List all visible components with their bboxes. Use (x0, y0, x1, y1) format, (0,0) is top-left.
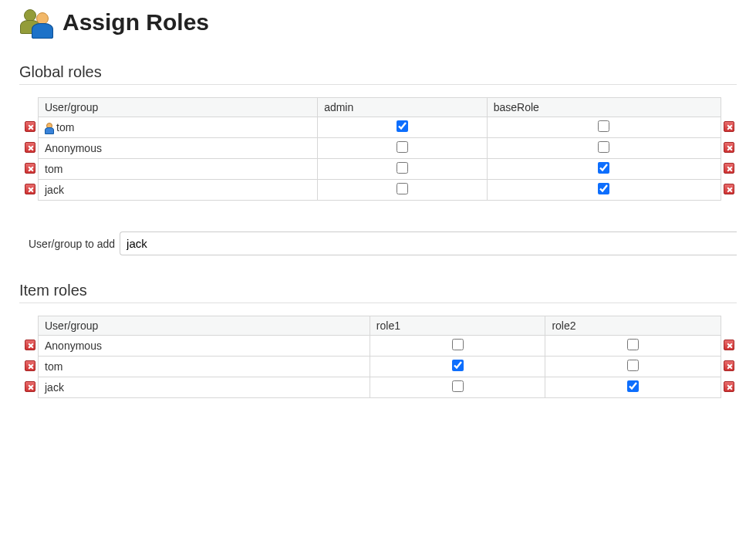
add-user-input[interactable] (120, 232, 737, 255)
col-usergroup: User/group (39, 316, 370, 336)
global-roles-table: User/group admin baseRole tomAnonymousto… (22, 97, 737, 201)
delete-left-button[interactable] (25, 360, 35, 371)
delete-left-button[interactable] (25, 121, 35, 132)
admin-checkbox[interactable] (397, 162, 408, 174)
item-roles-section: Item roles User/group role1 role2 Anonym… (19, 282, 737, 398)
delete-left-button[interactable] (25, 163, 35, 174)
usergroup-name: tom (45, 163, 62, 175)
table-row: jack (22, 377, 737, 398)
usergroup-name: Anonymous (45, 340, 102, 352)
delete-left-button[interactable] (25, 142, 35, 153)
user-icon (45, 123, 54, 133)
usergroup-name: Anonymous (45, 142, 102, 154)
cell-usergroup: jack (39, 377, 370, 398)
cell-usergroup: jack (39, 180, 318, 201)
col-role2: role2 (545, 316, 721, 336)
users-icon (19, 8, 53, 37)
admin-checkbox[interactable] (397, 141, 408, 153)
delete-left-button[interactable] (25, 381, 35, 392)
table-row: Anonymous (22, 138, 737, 159)
table-row: jack (22, 180, 737, 201)
delete-right-button[interactable] (724, 121, 734, 132)
delete-right-button[interactable] (724, 381, 734, 392)
admin-checkbox[interactable] (397, 120, 408, 132)
role1-checkbox[interactable] (452, 360, 464, 371)
delete-right-button[interactable] (724, 184, 734, 194)
role1-checkbox[interactable] (452, 380, 464, 392)
role2-checkbox[interactable] (627, 380, 639, 392)
col-usergroup: User/group (39, 98, 318, 117)
delete-right-button[interactable] (724, 142, 734, 153)
cell-usergroup: Anonymous (39, 336, 370, 357)
cell-usergroup: tom (39, 159, 318, 180)
delete-left-button[interactable] (25, 340, 35, 350)
item-roles-table: User/group role1 role2 Anonymoustomjack (22, 316, 737, 398)
global-roles-section: Global roles User/group admin baseRole t… (19, 63, 737, 255)
baserole-checkbox[interactable] (598, 183, 609, 194)
cell-usergroup: tom (39, 117, 318, 138)
role2-checkbox[interactable] (627, 339, 639, 350)
usergroup-name: jack (45, 381, 64, 394)
add-user-label: User/group to add (29, 238, 115, 250)
admin-checkbox[interactable] (397, 183, 408, 194)
page-title: Assign Roles (62, 9, 209, 35)
table-row: tom (22, 357, 737, 377)
usergroup-name: jack (45, 184, 64, 196)
table-row: tom (22, 159, 737, 180)
item-roles-heading: Item roles (19, 282, 737, 303)
global-roles-heading: Global roles (19, 63, 737, 85)
baserole-checkbox[interactable] (598, 120, 609, 132)
delete-right-button[interactable] (724, 340, 734, 350)
baserole-checkbox[interactable] (598, 162, 609, 174)
baserole-checkbox[interactable] (598, 141, 609, 153)
usergroup-name: tom (45, 360, 62, 373)
col-role1: role1 (370, 316, 545, 336)
table-row: Anonymous (22, 336, 737, 357)
delete-right-button[interactable] (724, 163, 734, 174)
delete-right-button[interactable] (724, 360, 734, 371)
cell-usergroup: tom (39, 357, 370, 377)
cell-usergroup: Anonymous (39, 138, 318, 159)
role2-checkbox[interactable] (627, 360, 639, 371)
table-row: tom (22, 117, 737, 138)
usergroup-name: tom (56, 121, 74, 134)
delete-left-button[interactable] (25, 184, 35, 194)
role1-checkbox[interactable] (452, 339, 464, 350)
col-baserole: baseRole (487, 98, 721, 117)
col-admin: admin (318, 98, 488, 117)
